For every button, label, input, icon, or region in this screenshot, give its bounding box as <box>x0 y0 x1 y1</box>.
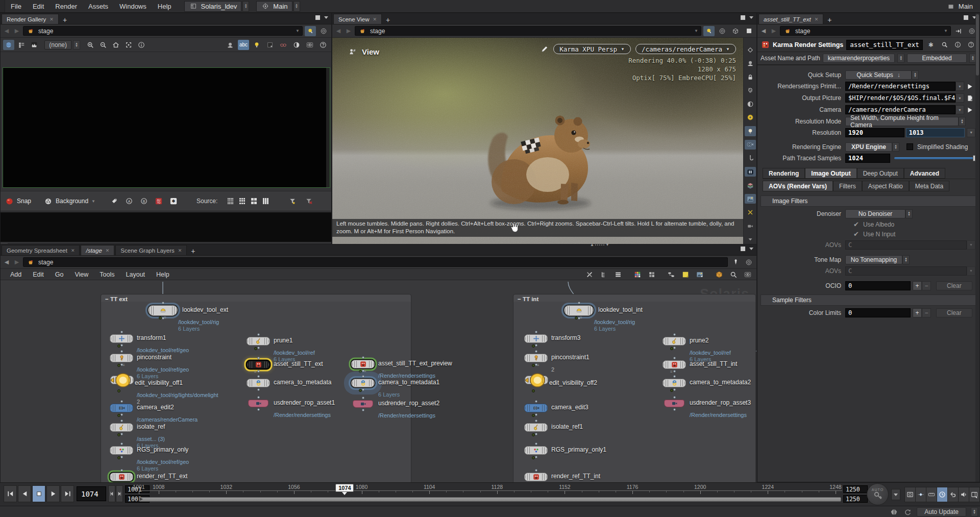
node-lookdev_tool_int[interactable] <box>564 305 594 316</box>
background-selector[interactable]: Background ▼ <box>43 196 95 206</box>
menu-assets[interactable]: Assets <box>83 0 114 12</box>
frame-ruler[interactable]: 1001100810321056108011041128115211761200… <box>139 484 842 505</box>
edit-pencil-icon[interactable] <box>540 44 549 54</box>
snapshot-icon[interactable] <box>745 59 756 69</box>
tab-render-gallery[interactable]: Render Gallery✕ <box>2 14 59 24</box>
netmenu-tools[interactable]: Tools <box>94 271 120 278</box>
param-subtab-meta-data[interactable]: Meta Data <box>909 181 949 191</box>
radial-menu-icon[interactable] <box>318 26 329 36</box>
tools-icon[interactable] <box>584 269 595 280</box>
output-connector[interactable] <box>120 413 123 416</box>
a-circle-icon[interactable]: A <box>124 196 135 206</box>
tab-geometry-spreadsheet[interactable]: Geometry Spreadsheet✕ <box>2 245 80 255</box>
settings-box-icon[interactable]: ✱ <box>168 196 179 206</box>
ocio-count-field[interactable]: 0 <box>845 281 911 290</box>
output-connector[interactable] <box>257 388 260 391</box>
gear-icon[interactable]: ✱ <box>926 40 936 50</box>
param-tab-deep-output[interactable]: Deep Output <box>857 168 904 179</box>
camera-small-icon[interactable] <box>745 221 756 231</box>
simplified-shading-checkbox[interactable] <box>906 143 913 150</box>
node-usdrender_rop_asset1[interactable] <box>248 400 268 407</box>
spinner-icon[interactable]: ▲▼ <box>892 142 899 152</box>
hook-icon[interactable] <box>745 153 756 163</box>
playbar-menu-icon[interactable] <box>891 489 900 500</box>
chevron-down-icon[interactable]: ▼ <box>955 93 964 103</box>
node-usdrender_rop_asset3[interactable] <box>664 400 684 407</box>
snap-button[interactable]: Snap <box>5 196 31 206</box>
rendersettings-prim-field[interactable]: /Render/rendersettings <box>845 82 955 91</box>
node-camera_to_metadata2[interactable] <box>663 379 686 387</box>
glasses-icon[interactable] <box>278 40 289 50</box>
tonemap-selector[interactable]: No Tonemapping <box>845 255 902 264</box>
abc-badge[interactable]: abc <box>238 40 249 50</box>
grid-3x3-icon[interactable] <box>239 198 245 204</box>
b-circle-icon[interactable]: B <box>138 196 150 206</box>
param-tab-rendering[interactable]: Rendering <box>763 168 805 179</box>
output-connector[interactable] <box>120 433 123 435</box>
output-connector[interactable] <box>535 413 537 416</box>
auto-icon[interactable]: AUTO <box>153 196 164 206</box>
gallery-list-area[interactable] <box>1 212 331 242</box>
input-connector[interactable] <box>120 331 123 333</box>
output-connector[interactable] <box>257 370 260 373</box>
help-icon[interactable] <box>317 40 329 50</box>
input-connector[interactable] <box>120 400 123 403</box>
play-button[interactable] <box>46 485 60 502</box>
headlight-icon[interactable] <box>745 86 756 96</box>
menu-help[interactable]: Help <box>152 0 177 12</box>
node-camera_to_metadata[interactable] <box>247 379 270 387</box>
square-icon[interactable] <box>264 40 276 50</box>
node-edit_visibility_off2[interactable] <box>525 376 548 384</box>
forward-icon[interactable]: ▶ <box>13 259 21 265</box>
forward-icon[interactable]: ▶ <box>770 28 778 34</box>
current-frame-flag[interactable]: 1074 <box>335 484 354 492</box>
camera-field[interactable]: /cameras/renderCamera <box>845 105 955 114</box>
output-connector[interactable] <box>362 388 364 391</box>
params-path-field[interactable]: stage ▼ <box>780 26 951 36</box>
node-prune2[interactable] <box>663 337 686 346</box>
node-isolate_ref1[interactable] <box>524 423 548 432</box>
spinner-icon[interactable]: ▲▼ <box>73 40 80 50</box>
output-connector[interactable] <box>535 456 537 458</box>
input-connector[interactable] <box>535 350 537 353</box>
contrast-icon[interactable] <box>291 40 302 50</box>
input-connector[interactable] <box>162 302 164 304</box>
node-isolate_ref[interactable] <box>110 423 133 432</box>
forward-icon[interactable]: ▶ <box>345 28 353 34</box>
stow-icon[interactable] <box>743 26 754 36</box>
time-ruler-icon[interactable] <box>926 487 937 502</box>
input-connector[interactable] <box>362 397 364 399</box>
subnet-box-tt-ext[interactable]: − TT ext <box>101 294 411 483</box>
file-chooser-icon[interactable] <box>964 93 975 103</box>
film-disc-icon[interactable] <box>745 113 756 123</box>
auto-key-button[interactable]: AUTO <box>867 483 889 505</box>
param-tab-advanced[interactable]: Advanced <box>904 168 945 179</box>
node-render_ref_TT_int[interactable] <box>524 473 548 481</box>
close-icon[interactable]: ✕ <box>50 17 54 22</box>
maximize-icon[interactable] <box>315 15 320 20</box>
param-subtab-aspect-ratio[interactable]: Aspect Ratio <box>862 181 909 191</box>
auto-update-selector[interactable]: Auto Update <box>917 507 966 516</box>
list-view-icon[interactable] <box>16 40 27 50</box>
network-path-field[interactable]: stage <box>23 257 728 267</box>
desktop-spinner[interactable]: ▲▼ <box>242 1 249 12</box>
netmenu-help[interactable]: Help <box>151 271 175 278</box>
maximize-icon[interactable] <box>741 247 745 251</box>
pause-icon[interactable] <box>745 167 756 177</box>
input-connector[interactable] <box>257 357 260 359</box>
samples-field[interactable]: 1024 <box>845 154 890 163</box>
image-filters-group[interactable]: Image Filters <box>761 195 976 207</box>
grid-columns-icon[interactable] <box>263 198 268 204</box>
close-icon[interactable]: ✕ <box>815 17 819 22</box>
pane-menu-icon[interactable] <box>749 16 753 19</box>
output-picture-field[interactable]: $HIP/render/$OS/$OS.final.$F4.ex <box>845 93 955 103</box>
input-connector[interactable] <box>257 333 260 336</box>
info-icon[interactable] <box>136 40 147 50</box>
node-transform1[interactable] <box>110 334 133 343</box>
back-icon[interactable]: ◀ <box>334 28 342 34</box>
menubar-handle[interactable] <box>0 0 5 12</box>
chevron-down-icon[interactable]: ▼ <box>955 82 964 91</box>
node-camera_edit2[interactable] <box>110 404 133 412</box>
visibility-icon[interactable] <box>742 269 753 280</box>
palette-icon[interactable] <box>632 269 643 280</box>
